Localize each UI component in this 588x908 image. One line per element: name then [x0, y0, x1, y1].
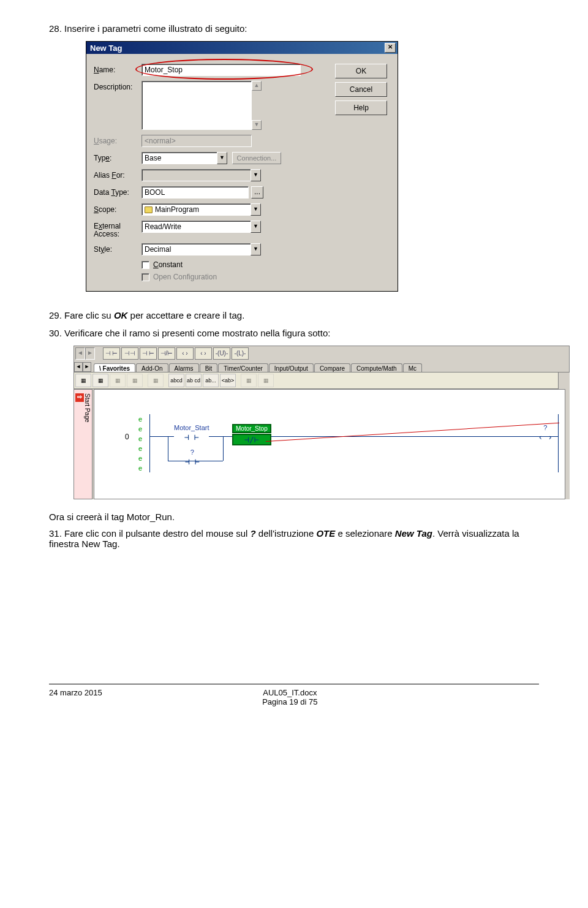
type-label: Type:: [94, 152, 141, 162]
dialog-title: New Tag: [90, 44, 123, 53]
cancel-button[interactable]: Cancel: [335, 82, 387, 97]
description-input[interactable]: [141, 81, 252, 130]
scope-combo[interactable]: MainProgram ▼: [141, 203, 261, 216]
ladder-editor: ◄ ► ⊣ ⊢⊣⊣⊣ ⊢⊣/⊢‹ ›‹ ›-(U)--(L)- ◄ ► \ Fa…: [74, 346, 570, 499]
toolbar-button[interactable]: ab cd: [186, 374, 202, 387]
new-tag-dialog: New Tag ✕ Name: Description:: [86, 41, 398, 292]
scroll-left-icon[interactable]: ◄: [75, 347, 85, 360]
new-tag-dialog-wrap: New Tag ✕ Name: Description:: [86, 41, 539, 292]
tb2-btn[interactable]: ▦: [92, 374, 108, 387]
aliasfor-label: Alias For:: [94, 169, 141, 180]
toolbar-button[interactable]: ⊣ ⊢: [140, 347, 157, 360]
arrow-icon: ⇨: [75, 393, 84, 402]
toolbar-button[interactable]: abcd: [168, 374, 184, 387]
external-combo[interactable]: Read/Write ▼: [141, 221, 261, 233]
tab-bit[interactable]: Bit: [200, 363, 218, 372]
external-value: Read/Write: [141, 221, 251, 233]
usage-label: Usage:: [94, 135, 141, 145]
button-column: OK Cancel Help: [335, 64, 390, 284]
ladder-editor-wrap: ◄ ► ⊣ ⊢⊣⊣⊣ ⊢⊣/⊢‹ ›‹ ›-(U)--(L)- ◄ ► \ Fa…: [74, 346, 539, 499]
contact-motor-stop[interactable]: Motor_Stop ⊣/⊢: [232, 424, 271, 445]
opencfg-checkbox: [141, 273, 149, 281]
scope-value: MainProgram: [141, 203, 251, 216]
tab-mc[interactable]: Mc: [403, 363, 422, 372]
step-30: 30. Verificare che il ramo si presenti c…: [49, 328, 539, 338]
xic-icon: ⊣ ⊢: [185, 457, 199, 466]
step-29-suffix: per accettare e creare il tag.: [127, 310, 244, 320]
step-28: 28. Inserire i parametri come illustrato…: [49, 23, 539, 34]
tb2-btn: ▦: [258, 374, 274, 387]
tab-favorites[interactable]: \ Favorites: [94, 363, 135, 372]
tb2-btn: ▦: [127, 374, 143, 387]
constant-checkbox[interactable]: [141, 261, 149, 269]
scroll-down-icon[interactable]: ▼: [252, 120, 262, 130]
style-combo[interactable]: Decimal ▼: [141, 243, 261, 255]
name-label: Name:: [94, 64, 141, 74]
scroll-up-icon[interactable]: ▲: [252, 81, 262, 91]
toolbar-button[interactable]: -(U)-: [213, 347, 230, 360]
footer-page: Pagina 19 di 75: [102, 697, 478, 706]
mid-text: Ora si creerà il tag Motor_Run.: [49, 512, 539, 522]
toolbar-row-2: ▦ ▦ ▦ ▦ ▦ abcdab cdab...<ab> ▦ ▦: [74, 373, 559, 389]
xio-icon: ⊣/⊢: [244, 435, 258, 444]
ellipsis-button[interactable]: ...: [251, 186, 263, 199]
style-value: Decimal: [141, 243, 251, 255]
chevron-down-icon[interactable]: ▼: [217, 152, 227, 164]
tab-computemath[interactable]: Compute/Math: [351, 363, 402, 372]
contact-branch[interactable]: ? ⊣ ⊢: [185, 448, 199, 466]
output-ote[interactable]: ? ‹ ›: [538, 424, 552, 442]
tab-alarms[interactable]: Alarms: [169, 363, 199, 372]
branch-wire: [168, 436, 168, 461]
tab-inputoutput[interactable]: Input/Output: [269, 363, 314, 372]
toolbar-button[interactable]: ‹ ›: [176, 347, 194, 360]
dialog-body: Name: Description: ▲ ▼: [86, 54, 398, 291]
tab-prev-icon[interactable]: ◄: [74, 362, 83, 372]
step-num-28: 28.: [49, 23, 62, 34]
toolbar-button[interactable]: <ab>: [220, 374, 236, 387]
annotation-arrow: [266, 423, 559, 442]
usage-field: <normal>: [141, 135, 252, 147]
form-column: Name: Description: ▲ ▼: [94, 64, 329, 284]
external-label: External Access:: [94, 221, 141, 238]
tab-compare[interactable]: Compare: [314, 363, 350, 372]
close-icon[interactable]: ✕: [385, 43, 396, 53]
description-label: Description:: [94, 81, 141, 91]
toolbar-button[interactable]: ⊣/⊢: [158, 347, 175, 360]
step-num-29: 29.: [49, 310, 62, 320]
step-31: 31. Fare clic con il pulsante destro del…: [49, 528, 539, 549]
type-combo[interactable]: Base ▼: [141, 152, 227, 164]
dialog-titlebar: New Tag ✕: [86, 42, 398, 54]
chevron-down-icon[interactable]: ▼: [251, 243, 261, 255]
tabs-row: ◄ ► \ FavoritesAdd-OnAlarmsBitTimer/Coun…: [74, 360, 570, 373]
rung-wire: [149, 436, 559, 437]
help-button[interactable]: Help: [335, 100, 387, 115]
start-page-tab[interactable]: ⇨ Start Page: [74, 389, 92, 499]
chevron-down-icon[interactable]: ▼: [251, 203, 261, 216]
step-29-prefix: Fare clic su: [64, 310, 114, 320]
datatype-input[interactable]: [141, 186, 249, 199]
ladder-area[interactable]: eeeeee 0 Motor_Start ⊣ ⊢ Motor_Stop: [94, 389, 565, 499]
xic-icon: ⊣ ⊢: [184, 433, 198, 442]
toolbar-button[interactable]: ab...: [203, 374, 219, 387]
tab-addon[interactable]: Add-On: [136, 363, 168, 372]
toolbar-button[interactable]: ⊣ ⊢: [103, 347, 120, 360]
footer-file: AUL05_IT.docx: [102, 688, 478, 697]
toolbar-button[interactable]: ⊣⊣: [121, 347, 138, 360]
alias-value: [141, 169, 251, 181]
alias-combo: ▼: [141, 169, 261, 181]
ok-button[interactable]: OK: [335, 64, 387, 78]
contact-motor-start[interactable]: Motor_Start ⊣ ⊢: [174, 424, 209, 442]
chevron-down-icon[interactable]: ▼: [251, 221, 261, 233]
datatype-label: Data Type:: [94, 186, 141, 197]
rung-rail-right: [558, 414, 559, 472]
tab-next-icon[interactable]: ►: [83, 362, 91, 372]
scroll-right-icon[interactable]: ►: [85, 347, 95, 360]
tb2-btn[interactable]: ▦: [75, 374, 91, 387]
name-input[interactable]: [141, 64, 301, 76]
tab-timercounter[interactable]: Timer/Counter: [218, 363, 268, 372]
toolbar-row-1: ◄ ► ⊣ ⊢⊣⊣⊣ ⊢⊣/⊢‹ ›‹ ›-(U)--(L)-: [74, 346, 570, 360]
type-value: Base: [141, 152, 217, 164]
toolbar-button[interactable]: ‹ ›: [195, 347, 212, 360]
rung-rail-left: [149, 414, 150, 472]
toolbar-button[interactable]: -(L)-: [232, 347, 249, 360]
